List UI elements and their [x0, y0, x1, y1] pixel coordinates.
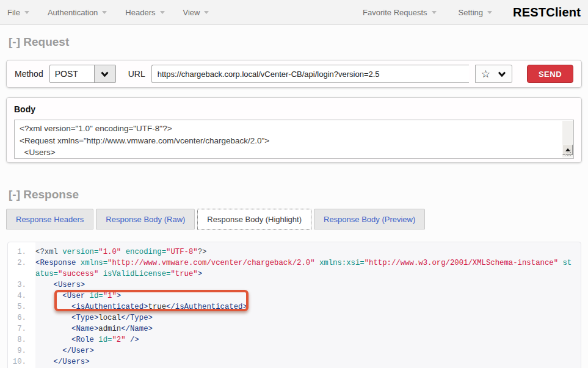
tab-response-headers[interactable]: Response Headers [6, 209, 93, 229]
menu-item-label: Headers [125, 8, 155, 17]
menu-item-setting[interactable]: Setting [459, 8, 492, 17]
tab-response-body-highlight[interactable]: Response Body (Highlight) [197, 209, 311, 229]
code-line-content: <Type>local</Type> [26, 312, 572, 323]
code-line-content: <Role id="2" /> [26, 334, 572, 345]
menu-bar: FileAuthenticationHeadersView Favorite R… [0, 0, 588, 25]
menu-right: Favorite RequestsSetting [363, 8, 492, 17]
menu-item-authentication[interactable]: Authentication [48, 8, 107, 17]
code-line: 4. <User id="1"> [8, 290, 572, 301]
menu-item-label: Favorite Requests [363, 8, 427, 17]
tab-response-body-preview[interactable]: Response Body (Preview) [314, 209, 425, 229]
response-code-panel: 1.<?xml version="1.0" encoding="UTF-8"?>… [7, 242, 581, 368]
code-line-content: <Users> [26, 280, 572, 290]
code-line: 5. <isAuthenticated>true</isAuthenticate… [8, 301, 572, 312]
chevron-down-icon [24, 11, 29, 14]
arrow-up-icon [565, 148, 570, 151]
code-line: 8. <Role id="2" /> [8, 334, 572, 345]
menu-left: FileAuthenticationHeadersView [7, 8, 209, 17]
code-line-content: </Users> [26, 356, 572, 367]
code-line-content: <User id="1"> [26, 290, 572, 301]
line-number: 4. [8, 290, 26, 301]
method-select[interactable]: POST [49, 65, 116, 83]
line-number: 5. [8, 301, 26, 312]
menu-item-label: View [183, 8, 200, 17]
body-xml-text: <?xml version="1.0" encoding="UTF-8"?> <… [20, 124, 269, 159]
chevron-down-icon [204, 11, 209, 14]
code-line: 10. </Users> [8, 356, 572, 367]
chevron-down-icon [432, 11, 437, 14]
resize-grip-icon[interactable] [570, 154, 571, 156]
response-section-title[interactable]: [-] Response [9, 188, 588, 201]
line-number: 2. [8, 258, 26, 280]
menu-item-label: Authentication [48, 8, 98, 17]
code-line: 3. <Users> [8, 280, 572, 290]
response-tabs: Response HeadersResponse Body (Raw)Respo… [6, 209, 588, 229]
scrollbar[interactable] [562, 121, 573, 157]
request-section-title[interactable]: [-] Request [9, 35, 588, 49]
chevron-down-icon [487, 11, 492, 14]
code-line: 9. </User> [8, 345, 572, 356]
favorite-url-group[interactable]: ☆ [475, 65, 512, 83]
chevron-down-icon [160, 11, 165, 14]
method-label: Method [15, 69, 43, 79]
line-number: 9. [8, 345, 26, 356]
chevron-down-icon [102, 11, 107, 14]
code-line: 6. <Type>local</Type> [8, 312, 572, 323]
menu-item-label: Setting [459, 8, 483, 17]
url-label: URL [128, 69, 145, 79]
send-button[interactable]: SEND [527, 65, 573, 83]
line-number: 7. [8, 323, 26, 334]
body-textarea[interactable]: <?xml version="1.0" encoding="UTF-8"?> <… [14, 120, 574, 159]
url-input[interactable] [151, 65, 469, 83]
menu-item-label: File [7, 8, 20, 17]
chevron-down-icon [101, 71, 109, 77]
menu-item-file[interactable]: File [7, 8, 29, 17]
line-number: 8. [8, 334, 26, 345]
code-line-content: <isAuthenticated>true</isAuthenticated> [26, 301, 572, 312]
code-line: 7. <Name>admin</Name> [8, 323, 572, 334]
menu-item-headers[interactable]: Headers [125, 8, 164, 17]
line-number: 6. [8, 312, 26, 323]
line-number: 3. [8, 280, 26, 290]
line-number: 10. [8, 356, 26, 367]
scroll-up-button[interactable] [562, 145, 573, 155]
menu-item-favorite-requests[interactable]: Favorite Requests [363, 8, 437, 17]
menu-item-view[interactable]: View [183, 8, 209, 17]
app-logo: RESTClient [513, 5, 581, 20]
body-title: Body [14, 104, 574, 114]
tab-response-body-raw[interactable]: Response Body (Raw) [96, 209, 195, 229]
chevron-down-icon[interactable] [498, 71, 506, 77]
method-selected-value: POST [50, 65, 94, 82]
method-dropdown-button[interactable] [94, 65, 115, 82]
code-line-content: <Response xmlns="http://www.vmware.com/v… [26, 258, 572, 280]
code-line: 1.<?xml version="1.0" encoding="UTF-8"?> [8, 247, 572, 258]
code-line-content: </User> [26, 345, 572, 356]
request-body-panel: Body <?xml version="1.0" encoding="UTF-8… [6, 97, 582, 163]
star-icon[interactable]: ☆ [481, 69, 490, 79]
request-panel: Method POST URL ☆ SEND [6, 60, 582, 88]
code-line: 2.<Response xmlns="http://www.vmware.com… [8, 258, 572, 280]
code-line-content: <?xml version="1.0" encoding="UTF-8"?> [26, 247, 572, 258]
line-number: 1. [8, 247, 26, 258]
code-line-content: <Name>admin</Name> [26, 323, 572, 334]
